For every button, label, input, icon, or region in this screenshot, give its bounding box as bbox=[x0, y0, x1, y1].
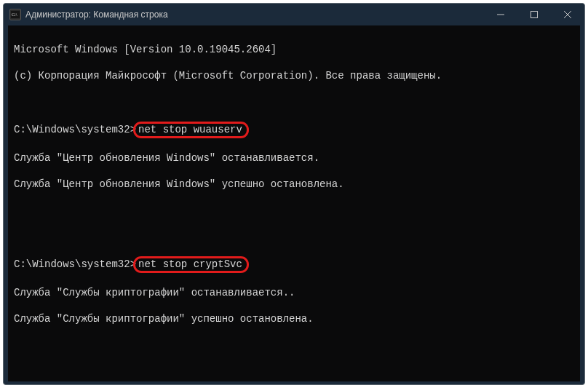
prompt: C:\Windows\system32> bbox=[14, 258, 136, 270]
close-button[interactable] bbox=[551, 4, 584, 25]
cmd-icon: C:\ bbox=[9, 9, 21, 20]
blank-line bbox=[14, 230, 574, 243]
terminal-output[interactable]: Microsoft Windows [Version 10.0.19045.26… bbox=[8, 25, 580, 381]
blank-line bbox=[14, 204, 574, 217]
prompt-line: C:\Windows\system32>net stop wuauserv bbox=[14, 122, 574, 138]
output-line: Служба "Службы криптографии" успешно ост… bbox=[14, 312, 574, 325]
blank-line bbox=[14, 365, 574, 378]
banner-line: Microsoft Windows [Version 10.0.19045.26… bbox=[14, 43, 574, 56]
command-highlight: net stop wuauserv bbox=[133, 122, 249, 138]
output-line: Служба "Службы криптографии" останавлива… bbox=[14, 286, 574, 299]
banner-line: (c) Корпорация Майкрософт (Microsoft Cor… bbox=[14, 69, 574, 82]
cmd-window: C:\ Администратор: Командная строка Micr… bbox=[3, 3, 585, 385]
blank-line bbox=[14, 95, 574, 108]
prompt: C:\Windows\system32> bbox=[14, 124, 136, 135]
output-line: Служба "Центр обновления Windows" остана… bbox=[14, 151, 574, 165]
blank-line bbox=[14, 338, 574, 352]
command-highlight: net stop cryptSvc bbox=[133, 256, 249, 273]
window-title: Администратор: Командная строка bbox=[25, 9, 168, 20]
minimize-button[interactable] bbox=[484, 4, 517, 25]
svg-rect-2 bbox=[531, 12, 538, 18]
maximize-button[interactable] bbox=[517, 4, 551, 25]
output-line: Служба "Центр обновления Windows" успешн… bbox=[14, 178, 574, 191]
window-controls bbox=[484, 4, 584, 25]
title-bar[interactable]: C:\ Администратор: Командная строка bbox=[4, 4, 584, 25]
prompt-line: C:\Windows\system32>net stop cryptSvc bbox=[14, 256, 574, 273]
svg-text:C:\: C:\ bbox=[12, 12, 17, 17]
